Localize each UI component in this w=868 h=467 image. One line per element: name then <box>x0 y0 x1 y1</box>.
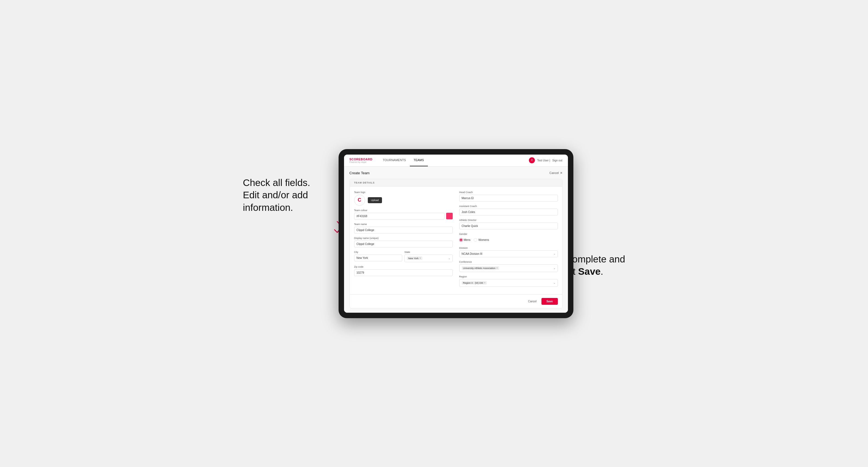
division-select-wrapper: NCAA Division III ⌄ <box>459 250 558 257</box>
display-name-group: Display name (unique) <box>354 237 453 247</box>
gender-mens-radio[interactable] <box>459 238 463 242</box>
zip-code-input[interactable] <box>354 269 453 276</box>
city-state-row: City State New York <box>354 251 453 262</box>
radio-group: Mens Womens <box>459 237 558 243</box>
region-tag: Region II - (M) DIII × <box>462 281 487 285</box>
head-coach-input[interactable] <box>459 195 558 201</box>
state-group: State New York × <box>404 251 453 262</box>
division-group: Division NCAA Division III ⌄ <box>459 247 558 257</box>
upload-button[interactable]: Upload <box>368 197 382 203</box>
form-card: TEAM DETAILS Team logo C Upload <box>349 179 562 308</box>
state-select[interactable]: New York × <box>404 254 453 262</box>
page-title: Create Team <box>349 171 370 175</box>
form-footer: Cancel Save <box>350 294 562 308</box>
gender-womens-option[interactable]: Womens <box>474 238 489 242</box>
state-label: State <box>404 251 453 253</box>
region-label: Region <box>459 275 558 278</box>
color-swatch <box>446 213 453 219</box>
conference-select[interactable]: University Athletic Association × <box>459 264 558 272</box>
athletic-director-label: Athletic Director <box>459 219 558 221</box>
team-colour-input[interactable] <box>354 213 444 220</box>
main-content: Create Team Cancel ✕ TEAM DETAILS Team <box>344 166 568 313</box>
header-right: T Test User | Sign out <box>529 157 562 163</box>
display-name-label: Display name (unique) <box>354 237 453 240</box>
nav-tab-teams[interactable]: TEAMS <box>410 155 428 166</box>
region-group: Region Region II - (M) DIII × ⌄ <box>459 275 558 287</box>
conference-label: Conference <box>459 260 558 263</box>
conference-select-wrapper: University Athletic Association × ⌄ <box>459 264 558 272</box>
annotation-right: Complete andhit Save. <box>565 253 625 278</box>
team-logo-circle: C <box>354 195 365 206</box>
cancel-button[interactable]: Cancel <box>525 298 539 305</box>
head-coach-group: Head Coach <box>459 191 558 201</box>
gender-womens-radio[interactable] <box>474 238 477 242</box>
header-cancel-button[interactable]: Cancel ✕ <box>549 171 562 175</box>
team-colour-label: Team colour <box>354 209 453 212</box>
page-title-bar: Create Team Cancel ✕ <box>349 171 562 175</box>
team-name-group: Team name <box>354 223 453 234</box>
close-icon: ✕ <box>560 171 562 175</box>
region-select[interactable]: Region II - (M) DIII × <box>459 279 558 287</box>
section-header: TEAM DETAILS <box>350 179 562 187</box>
city-state-group: City State New York <box>354 251 453 262</box>
form-left-column: Team logo C Upload Team colour <box>354 191 453 290</box>
form-right-column: Head Coach Assistant Coach Athletic Dire… <box>459 191 558 290</box>
state-select-wrapper: New York × ⌄ <box>404 254 453 262</box>
zip-code-group: Zip code <box>354 266 453 276</box>
sign-out-link[interactable]: Sign out <box>552 159 562 162</box>
form-body: Team logo C Upload Team colour <box>350 187 562 294</box>
nav-tabs: TOURNAMENTS TEAMS <box>379 155 428 166</box>
gender-label: Gender <box>459 233 558 236</box>
device-frame: SCOREBOARD Powered by clippd TOURNAMENTS… <box>339 149 574 318</box>
device-screen: SCOREBOARD Powered by clippd TOURNAMENTS… <box>344 155 568 313</box>
region-select-wrapper: Region II - (M) DIII × ⌄ <box>459 279 558 287</box>
conference-tag: University Athletic Association × <box>462 266 499 270</box>
city-input[interactable] <box>354 254 402 261</box>
gender-mens-option[interactable]: Mens <box>459 238 470 242</box>
division-select[interactable]: NCAA Division III <box>459 250 558 257</box>
division-label: Division <box>459 247 558 249</box>
assistant-coach-input[interactable] <box>459 209 558 216</box>
assistant-coach-label: Assistant Coach <box>459 205 558 208</box>
city-label: City <box>354 251 402 253</box>
gender-group: Gender Mens Womens <box>459 233 558 243</box>
app-header: SCOREBOARD Powered by clippd TOURNAMENTS… <box>344 155 568 166</box>
city-group: City <box>354 251 402 262</box>
assistant-coach-group: Assistant Coach <box>459 205 558 216</box>
nav-tab-tournaments[interactable]: TOURNAMENTS <box>379 155 410 166</box>
save-button[interactable]: Save <box>541 298 558 305</box>
team-name-input[interactable] <box>354 227 453 234</box>
athletic-director-group: Athletic Director <box>459 219 558 229</box>
color-input-row <box>354 213 453 220</box>
conference-group: Conference University Athletic Associati… <box>459 260 558 272</box>
team-name-label: Team name <box>354 223 453 225</box>
athletic-director-input[interactable] <box>459 223 558 229</box>
team-logo-label: Team logo <box>354 191 453 194</box>
region-tag-close[interactable]: × <box>484 281 486 284</box>
team-colour-group: Team colour <box>354 209 453 220</box>
state-tag: New York × <box>407 256 423 260</box>
head-coach-label: Head Coach <box>459 191 558 194</box>
team-logo-group: Team logo C Upload <box>354 191 453 206</box>
user-label: Test User | <box>537 159 550 162</box>
annotation-left: Check all fields. Edit and/or add inform… <box>243 177 310 214</box>
zip-code-label: Zip code <box>354 266 453 268</box>
conference-tag-close[interactable]: × <box>496 267 498 270</box>
state-tag-close[interactable]: × <box>420 257 421 260</box>
logo-section: C Upload <box>354 195 453 206</box>
display-name-input[interactable] <box>354 241 453 247</box>
user-avatar: T <box>529 157 535 163</box>
app-logo: SCOREBOARD Powered by clippd <box>349 158 372 163</box>
